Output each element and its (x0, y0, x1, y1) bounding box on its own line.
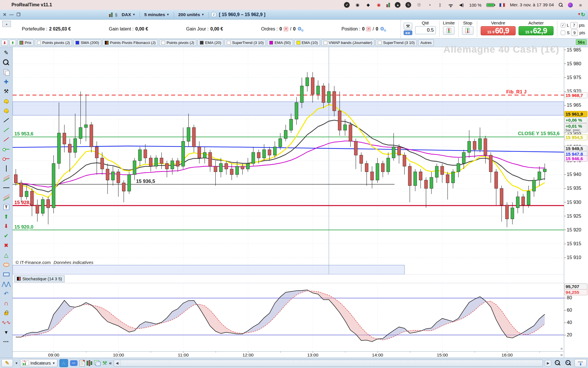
pane-expand-icon[interactable]: » (560, 346, 563, 351)
toolbar-more-icon[interactable]: ••• (1, 337, 11, 347)
refresh-connection-icon[interactable]: ↻ (581, 12, 585, 18)
scroll-left-button[interactable]: ◀ (114, 360, 120, 366)
text-tool-icon[interactable]: T (1, 202, 11, 212)
arrow-down-tool-icon[interactable]: ⬇ (1, 221, 11, 231)
accessibility-icon[interactable]: ☉ (416, 2, 422, 8)
cancel-orders-icon[interactable]: ✕ (284, 27, 288, 31)
spotlight-search-icon[interactable] (559, 3, 563, 7)
sell-button[interactable]: 15 960,9 (481, 26, 516, 35)
indicator-chip-8[interactable]: EMA (10) (294, 39, 320, 46)
price-axis[interactable]: 15 98515 98015 97515 97015 96515 96015 9… (564, 47, 588, 358)
magnet-tool-icon[interactable]: ∩ (1, 298, 11, 308)
stochastic-chart[interactable] (13, 283, 564, 351)
tools-icon[interactable]: ⚒ (1, 87, 11, 96)
s-app-icon[interactable]: S (405, 2, 411, 8)
input-language-flag-icon[interactable] (499, 3, 505, 7)
indicator-chip-6[interactable]: SuperTrend (3 10) (225, 39, 266, 46)
record-icon[interactable]: ◉ (376, 2, 382, 8)
close-position-icon[interactable]: ✕ (366, 27, 371, 31)
close-window-button[interactable]: ✕ (3, 12, 7, 17)
horizontal-line-red-icon[interactable] (1, 154, 11, 164)
scroll-right-button[interactable]: ▶ (545, 360, 551, 366)
time-axis-more-icon[interactable]: » (560, 352, 563, 357)
volume-icon[interactable]: ◀) (459, 2, 464, 8)
indicator-chip-10[interactable]: SuperTrend (3 10) (376, 39, 417, 46)
chat-button[interactable]: ••• (70, 360, 78, 366)
draw-mode-button[interactable]: ✎ (1, 359, 13, 367)
scroll-indicators-up-button[interactable]: ⬆ (9, 40, 16, 46)
share-button[interactable]: ∴ (59, 359, 68, 367)
panel-collapse-button[interactable]: ▲ (2, 21, 11, 27)
alert-bell-icon[interactable] (1, 106, 11, 116)
stop-order-button[interactable]: ⬆⬇ (462, 26, 473, 35)
trendline-black-icon[interactable] (1, 116, 11, 125)
strategy-wrench-button[interactable]: ⚒ (102, 360, 107, 366)
link-windows-icon[interactable]: § (115, 12, 117, 17)
market-depth-button[interactable] (87, 360, 92, 366)
draw-mode-dropdown-icon[interactable]: ▼ (15, 361, 18, 365)
arrow-up-tool-icon[interactable]: ⬆ (1, 212, 11, 222)
wifi-icon[interactable] (448, 3, 454, 7)
collapse-panel-button[interactable]: ▪▪▪▪⬇ (575, 359, 587, 367)
control-center-icon[interactable]: ≡ (578, 2, 583, 8)
short-pts-input[interactable]: 9 (571, 30, 578, 36)
indicator-chip-4[interactable]: Points pivots (J) (159, 39, 196, 46)
triangle-tool-icon[interactable]: △ (1, 250, 11, 260)
short-checkbox[interactable] (561, 30, 565, 35)
timeframe-dropdown[interactable]: 5 minutes▼ (142, 12, 171, 18)
indicator-chip-9[interactable]: VWAP bands (Journalier) (321, 39, 375, 46)
quantity-input[interactable] (415, 26, 436, 34)
collapse-left-icon[interactable]: « (109, 360, 112, 366)
horizontal-line-green-icon[interactable] (1, 144, 11, 154)
time-machine-icon[interactable]: ◔ (427, 2, 432, 8)
menubar-clock[interactable]: Mer. 3 nov. à 17 39 04 (510, 2, 554, 7)
toolbar-expand-icon[interactable]: ▾ (1, 327, 11, 337)
chart-app-icon[interactable] (386, 3, 390, 7)
undo-cursor-icon[interactable]: ↶ (1, 289, 11, 299)
minimize-window-button[interactable]: — (9, 12, 14, 17)
keyboard-entry-button[interactable]: ▦▦ (404, 30, 412, 35)
app-title[interactable]: ProRealTime v11.1 (11, 2, 52, 7)
indicator-chip-11[interactable]: Autres (418, 39, 434, 46)
time-axis[interactable]: » 09:0010:0011:0012:0013:0014:0015:0016:… (13, 351, 564, 358)
candlestick-style-icon[interactable] (109, 12, 113, 17)
restore-window-button[interactable]: ❐ (17, 12, 20, 17)
buy-button[interactable]: 15 962,9 (519, 26, 554, 35)
fibonacci-channel-icon[interactable] (1, 193, 11, 202)
indicator-chip-1[interactable]: Points pivots (J) (35, 39, 72, 46)
stochastic-pane[interactable]: » (13, 283, 564, 351)
checkmark-status-icon[interactable]: ✔ (344, 2, 350, 8)
zigzag-tool-icon[interactable]: ∿∿ (1, 318, 11, 327)
trendline-red-icon[interactable] (1, 135, 11, 145)
cross-mark-tool-icon[interactable]: ✖ (1, 241, 11, 250)
play-circle-icon[interactable]: ▲ (395, 2, 401, 8)
news-button[interactable] (80, 360, 85, 366)
price-pane[interactable]: Allemagne 40 Cash (1€) Fib_R1 J15 953,6C… (13, 47, 564, 274)
indicator-chip-0[interactable]: Prix (17, 39, 34, 46)
check-mark-tool-icon[interactable]: ✔ (1, 231, 11, 241)
indicator-chip-7[interactable]: EMA (50) (267, 39, 293, 46)
horizontal-line-black-icon[interactable] (1, 183, 11, 193)
siri-icon[interactable] (568, 3, 573, 7)
horizontal-scrollbar[interactable]: ◀ (114, 360, 543, 367)
scroll-indicators-down-button[interactable]: ⬇ (1, 40, 8, 46)
instrument-dropdown[interactable]: DAX▼ (120, 12, 137, 18)
pencil-tool-icon[interactable]: ✎ (1, 48, 11, 58)
orders-settings-icon[interactable]: ⚙ (297, 26, 302, 32)
shield-icon[interactable]: ◆ (365, 2, 371, 8)
indicator-chip-5[interactable]: EMA (20) (198, 39, 223, 46)
rectangle-tool-icon[interactable] (1, 270, 11, 279)
stochastic-indicator-chip[interactable]: Stochastique (14 3 5) (14, 275, 65, 282)
info-icon[interactable]: i (211, 12, 216, 17)
limit-order-button[interactable]: ⬇⬆ (443, 26, 454, 35)
units-dropdown[interactable]: 200 unités▼ (177, 12, 206, 18)
vertical-line-icon[interactable] (1, 164, 11, 173)
indicator-chip-3[interactable]: Points Pivots Fibonacci (J) (102, 39, 158, 46)
long-pts-input[interactable]: 7 (570, 22, 577, 28)
position-settings-icon[interactable]: ⚙ (380, 26, 384, 32)
channel-tool-icon[interactable] (1, 173, 11, 183)
bluetooth-icon[interactable]: ᛒ (437, 2, 443, 8)
copy-tool-icon[interactable] (1, 67, 11, 77)
move-tool-icon[interactable]: ✚ (1, 77, 11, 87)
lock-drawing-icon[interactable] (1, 308, 11, 318)
